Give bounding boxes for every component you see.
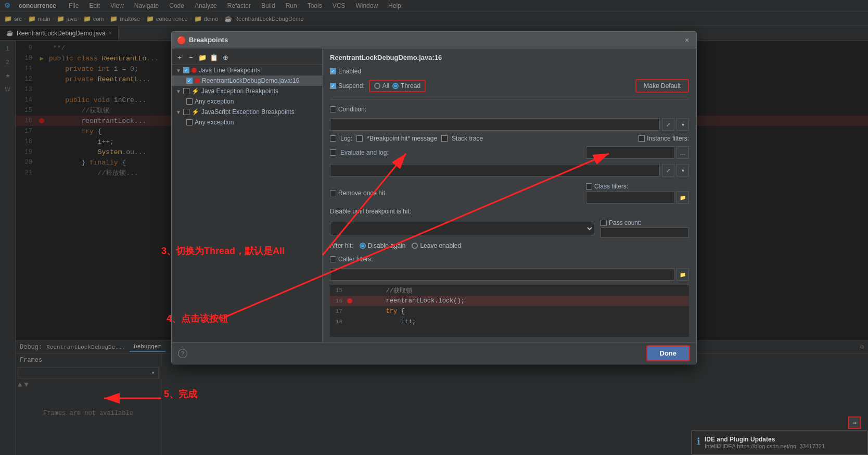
evaluate-row: Evaluate and log: …	[330, 146, 689, 159]
bp-preview-line-18: 18 i++;	[330, 317, 689, 327]
instance-filter-input[interactable]	[586, 146, 674, 159]
stack-trace-checkbox[interactable]	[441, 135, 448, 142]
bp-item-any-exception-2[interactable]: Any exception	[172, 117, 322, 128]
log-label: Log:	[340, 135, 352, 142]
help-button[interactable]: ?	[178, 349, 187, 358]
caller-filter-browse-button[interactable]: 📁	[676, 268, 689, 281]
bp-type-icon	[192, 68, 197, 73]
condition-expand-button[interactable]: ⤢	[662, 118, 674, 131]
condition-input[interactable]	[330, 118, 660, 131]
bp-item-any-exception[interactable]: Any exception	[172, 96, 322, 107]
remove-once-hit-label: Remove once hit	[338, 189, 385, 197]
condition-row: Condition:	[330, 106, 689, 113]
radio-thread-label: Thread	[401, 82, 420, 90]
item-checkbox-reentrant[interactable]: ✓	[186, 78, 193, 84]
bp-group-java-line[interactable]: ▼ ✓ Java Line Breakpoints	[172, 65, 322, 75]
ide-notification: ℹ IDE and Plugin Updates IntelliJ IDEA h…	[691, 430, 868, 455]
dialog-footer: ? Done	[172, 342, 696, 364]
log-row: Log: *Breakpoint hit* message Stack trac…	[330, 135, 689, 142]
preview-bp-dot	[347, 298, 352, 304]
condition-checkbox[interactable]	[330, 106, 336, 112]
radio-thread-circle[interactable]	[392, 83, 399, 89]
condition-label: Condition:	[338, 106, 366, 113]
notification-icon: ℹ	[697, 436, 700, 449]
bp-group-js-exception[interactable]: ▼ ⚡ JavaScript Exception Breakpoints	[172, 107, 322, 117]
enabled-row: ✓ Enabled	[330, 68, 689, 75]
dialog-close-button[interactable]: ×	[683, 36, 691, 44]
pass-count-checkbox[interactable]	[601, 220, 607, 226]
evaluate-input[interactable]	[330, 164, 660, 176]
group-checkbox-java-exception[interactable]	[183, 88, 189, 94]
radio-all-option[interactable]: All	[374, 82, 389, 90]
disable-again-label: Disable again	[368, 242, 406, 249]
bp-hit-label: *Breakpoint hit* message	[367, 135, 437, 142]
bp-hit-checkbox[interactable]	[356, 135, 363, 142]
dialog-titlebar: 🔴 Breakpoints ×	[172, 32, 696, 48]
bp-item-label-any-exception-2: Any exception	[195, 119, 234, 126]
stack-trace-label: Stack trace	[452, 135, 483, 142]
dialog-title-icon: 🔴	[177, 36, 186, 44]
dialog-overlay: 🔴 Breakpoints × + − 📁 📋 ⊕ ▼ ✓	[0, 0, 868, 455]
condition-field-row: ⤢ ▾	[330, 118, 689, 131]
bp-item-label-reentrant: ReentrantLockDebugDemo.java:16	[202, 77, 299, 84]
done-button[interactable]: Done	[646, 345, 691, 361]
bp-group-label-java-line: Java Line Breakpoints	[199, 67, 260, 74]
leave-enabled-radio[interactable]	[412, 243, 418, 249]
suspend-label: Suspend:	[338, 82, 365, 90]
caller-filter-field-row: 📁	[330, 268, 689, 281]
pass-count-section: Pass count:	[601, 219, 689, 238]
group-checkbox-js-exception[interactable]	[183, 109, 189, 115]
import-bp-button[interactable]: 📋	[209, 53, 219, 62]
add-bp-button[interactable]: +	[175, 53, 184, 62]
bp-item-reentrant[interactable]: ✓ ReentrantLockDebugDemo.java:16	[172, 75, 322, 86]
pass-count-label: Pass count:	[609, 219, 642, 226]
radio-thread-option[interactable]: Thread	[392, 82, 420, 90]
evaluate-checkbox[interactable]	[330, 149, 336, 156]
pass-count-input[interactable]	[601, 228, 689, 238]
disable-again-radio[interactable]	[360, 243, 366, 249]
evaluate-field-row: ⤢ ▾	[330, 164, 689, 176]
group-checkbox-java-line[interactable]: ✓	[183, 67, 189, 73]
class-filters-label: Class filters:	[594, 183, 628, 190]
enabled-label: Enabled	[338, 68, 361, 75]
select-and-pass-row: Pass count:	[330, 219, 689, 238]
item-checkbox-any-exception-2[interactable]	[186, 119, 193, 125]
caller-filter-input[interactable]	[330, 268, 674, 281]
bp-tree: + − 📁 📋 ⊕ ▼ ✓ Java Line Breakpoints ✓	[172, 48, 323, 342]
leave-enabled-option[interactable]: Leave enabled	[412, 242, 461, 249]
chevron-down-icon-2: ▼	[176, 89, 181, 94]
bp-group-java-exception[interactable]: ▼ ⚡ Java Exception Breakpoints	[172, 86, 322, 96]
caller-filters-label: Caller filters:	[338, 256, 373, 263]
disable-until-label: Disable until breakpoint is hit:	[330, 208, 411, 215]
evaluate-expand-button[interactable]: ⤢	[662, 164, 674, 176]
js-exception-type-icon: ⚡	[192, 108, 199, 116]
class-filter-input[interactable]	[586, 191, 674, 204]
item-checkbox-any-exception[interactable]	[186, 98, 193, 105]
separator-1	[330, 99, 689, 99]
disable-until-select[interactable]	[330, 222, 594, 235]
breakpoints-dialog: 🔴 Breakpoints × + − 📁 📋 ⊕ ▼ ✓	[171, 31, 697, 364]
caller-filters-checkbox[interactable]	[330, 256, 336, 262]
class-filters-checkbox[interactable]	[586, 183, 592, 189]
evaluate-more-button[interactable]: ▾	[676, 164, 689, 176]
copy-bp-button[interactable]: ⊕	[221, 53, 230, 62]
log-checkbox[interactable]	[330, 135, 336, 142]
remove-bp-button[interactable]: −	[186, 53, 196, 62]
radio-all-circle[interactable]	[374, 83, 380, 89]
instance-filters-checkbox[interactable]	[639, 135, 645, 142]
instance-filter-more-button[interactable]: …	[676, 146, 689, 159]
condition-more-button[interactable]: ▾	[676, 118, 689, 131]
remove-once-hit-checkbox[interactable]	[330, 190, 336, 196]
chevron-down-icon-3: ▼	[176, 109, 181, 115]
disable-again-option[interactable]: Disable again	[360, 242, 406, 249]
suspend-radio-group: All Thread	[369, 80, 426, 92]
suspend-checkbox[interactable]: ✓	[330, 83, 336, 89]
class-filter-browse-button[interactable]: 📁	[676, 191, 689, 204]
remove-once-hit-row: Remove once hit	[330, 189, 584, 197]
make-default-button[interactable]: Make Default	[635, 79, 689, 93]
export-bp-button[interactable]: 📁	[198, 53, 207, 62]
bp-detail-title: ReentrantLockDebugDemo.java:16	[330, 54, 689, 61]
class-filters-row: Remove once hit Class filters: 📁	[330, 183, 689, 204]
caller-filters-row: Caller filters:	[330, 256, 689, 263]
enabled-checkbox[interactable]: ✓	[330, 68, 336, 74]
